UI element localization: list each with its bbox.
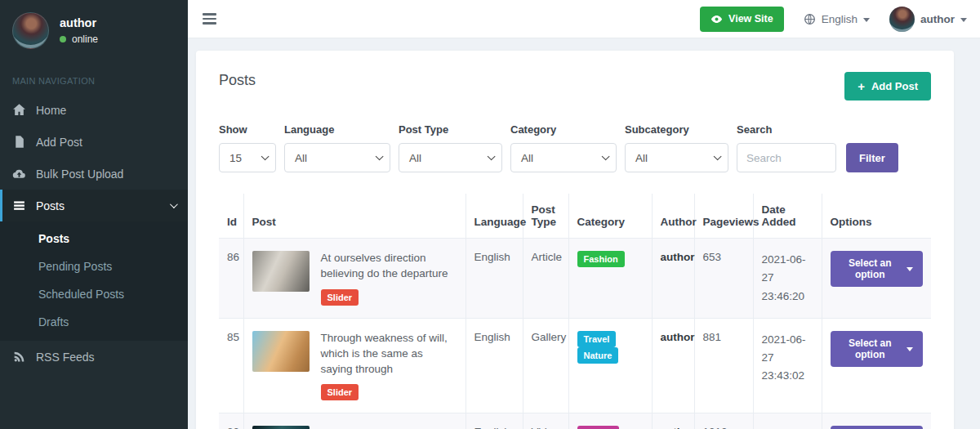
table-row: 85 Through weakness of will, which is th… [219,318,931,413]
header-date-added: Date Added [753,194,822,239]
top-navbar: View Site English author [188,0,980,38]
rss-icon [12,350,26,364]
posts-submenu: Posts Pending Posts Scheduled Posts Draf… [0,221,188,341]
post-thumbnail[interactable] [252,251,310,292]
post-date: 2021-06-27 [762,251,813,288]
post-language: English [466,239,523,319]
table-row: 86 At ourselves direction believing do t… [219,239,931,319]
chevron-down-icon [714,152,722,160]
subcategory-select[interactable]: All [625,143,728,172]
sidebar-section-label: MAIN NAVIGATION [0,61,188,94]
post-author: author [652,239,694,319]
sidebar-user-panel: author online [0,0,188,61]
subcategory-select-value: All [635,152,648,164]
sidebar-item-home[interactable]: Home [0,94,188,126]
post-title: At ourselves direction believing do the … [321,251,457,282]
category-label: Category [510,123,617,136]
select-option-label: Select an option [840,257,901,280]
add-post-button[interactable]: + Add Post [844,72,931,101]
eye-icon [710,13,723,25]
post-type: Gallery [523,318,568,413]
header-post: Post [243,194,466,239]
sidebar-item-add-post[interactable]: Add Post [0,126,188,158]
post-author: author [652,318,694,413]
category-badge[interactable]: Videos [577,426,620,429]
select-option-button[interactable]: Select an option [831,426,924,429]
header-language: Language [466,194,523,239]
list-icon [12,199,26,212]
user-dropdown[interactable]: author [889,7,967,32]
slider-badge: Slider [321,289,359,306]
language-label: English [822,13,858,25]
caret-down-icon [906,267,913,271]
language-label: Language [284,123,390,136]
category-select[interactable]: All [510,143,617,172]
show-label: Show [219,123,276,136]
category-badge[interactable]: Travel [577,331,617,347]
sidebar-item-rss-feeds[interactable]: RSS Feeds [0,341,188,373]
home-icon [12,103,26,117]
add-post-label: Add Post [871,80,918,92]
chevron-down-icon [170,200,178,208]
post-pageviews: 881 [694,318,753,413]
show-select[interactable]: 15 [219,143,276,172]
sidebar-item-posts[interactable]: Posts [0,190,188,221]
filter-bar: Show 15 Language All Post Type All [219,123,931,172]
category-badge[interactable]: Nature [577,347,619,364]
chevron-down-icon [376,152,384,160]
post-thumbnail[interactable] [252,426,310,429]
slider-badge: Slider [321,384,359,400]
sidebar-item-bulk-post-upload[interactable]: Bulk Post Upload [0,158,188,190]
view-site-label: View Site [728,13,773,25]
globe-icon [804,13,816,25]
search-input[interactable] [737,143,836,172]
sidebar-item-label: Home [36,104,66,117]
post-id: 83 [219,413,243,429]
submenu-item-posts[interactable]: Posts [0,225,188,252]
post-id: 85 [219,318,243,413]
select-option-button[interactable]: Select an option [831,331,924,367]
user-name: author [60,16,98,29]
submenu-item-pending-posts[interactable]: Pending Posts [0,252,188,280]
sidebar-item-label: RSS Feeds [36,351,95,364]
avatar [12,12,49,49]
table-row: 83 Sportsman do offending supported extr… [219,413,931,429]
filter-button[interactable]: Filter [846,143,898,172]
caret-down-icon [906,347,913,351]
post-language: English [466,413,523,429]
page-title: Posts [219,72,256,89]
posts-table: Id Post Language Post Type Category Auth… [219,194,931,429]
main-content: Posts + Add Post Show 15 Language All [188,38,980,429]
sidebar: author online MAIN NAVIGATION Home Add P… [0,0,188,429]
post-author: author [652,413,694,429]
category-select-value: All [521,152,533,164]
post-time: 23:43:02 [762,367,813,385]
header-author: Author [652,194,694,239]
sidebar-toggle-icon[interactable] [201,10,218,28]
sidebar-item-label: Posts [36,199,65,212]
language-dropdown[interactable]: English [804,13,870,25]
post-pageviews: 653 [694,239,753,319]
post-type-label: Post Type [399,123,502,136]
post-id: 86 [219,239,243,319]
select-option-button[interactable]: Select an option [831,251,924,287]
search-label: Search [737,123,836,136]
category-badge[interactable]: Fashion [577,251,625,267]
select-option-label: Select an option [840,337,901,360]
plus-icon: + [858,83,865,91]
header-pageviews: Pageviews [694,194,753,239]
post-time: 23:46:20 [762,288,813,306]
post-pageviews: 1312 [694,413,753,429]
user-status-label: online [72,34,98,45]
submenu-item-drafts[interactable]: Drafts [0,308,188,336]
post-type-select[interactable]: All [399,143,502,172]
post-type: Article [523,239,568,319]
post-thumbnail[interactable] [252,331,310,372]
submenu-item-scheduled-posts[interactable]: Scheduled Posts [0,280,188,308]
language-select[interactable]: All [284,143,390,172]
view-site-button[interactable]: View Site [700,7,784,32]
post-language: English [466,318,523,413]
header-id: Id [219,194,243,239]
user-status: online [60,34,98,45]
language-select-value: All [295,152,307,164]
